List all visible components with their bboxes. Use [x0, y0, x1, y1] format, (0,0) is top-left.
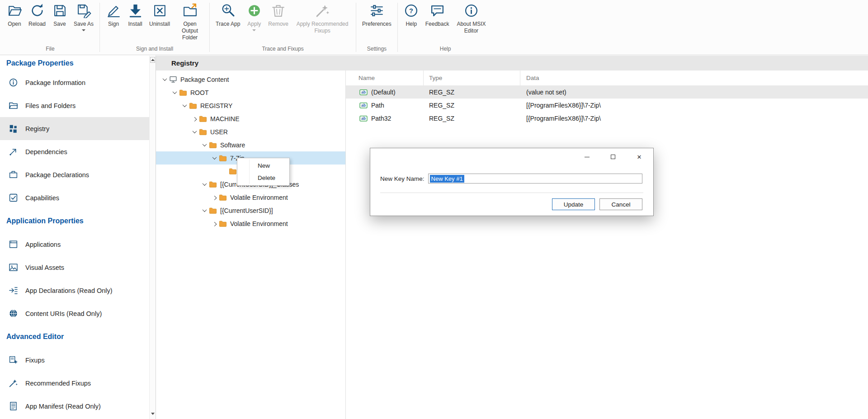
preferences-button[interactable]: Preferences	[359, 0, 394, 28]
page-title: Registry	[171, 59, 198, 67]
chevron-down-icon[interactable]	[181, 102, 188, 109]
sidebar-item-recommended-fixups[interactable]: Recommended Fixups	[0, 372, 149, 395]
tree-node-volatile-environment[interactable]: Volatile Environment	[156, 217, 345, 230]
trace-app-button[interactable]: Trace App	[213, 0, 243, 28]
chevron-glyph	[212, 222, 217, 226]
sign-button[interactable]: Sign	[103, 0, 124, 28]
column-header-data[interactable]: Data	[520, 71, 868, 85]
ribbon-button-label: Save As	[74, 21, 94, 28]
maximize-button[interactable]	[600, 150, 626, 164]
dependencies-icon	[9, 147, 18, 156]
visual-assets-icon	[9, 263, 18, 272]
registry-value-row-path32[interactable]: abPath32REG_SZ[{ProgramFilesX86}]\7-Zip\	[346, 112, 868, 125]
ribbon-button-label: Reload	[28, 21, 46, 28]
tree-node-currentusersid[interactable]: [{CurrentUserSID}]	[156, 204, 345, 217]
new-key-name-label: New Key Name:	[380, 175, 425, 182]
cancel-button[interactable]: Cancel	[599, 198, 642, 210]
sidebar-item-package-declarations[interactable]: Package Declarations	[0, 163, 149, 186]
sidebar-item-files-and-folders[interactable]: Files and Folders	[0, 94, 149, 117]
tree-node-package-content[interactable]: Package Content	[156, 73, 345, 86]
svg-text:ab: ab	[361, 90, 366, 94]
install-button[interactable]: Install	[125, 0, 146, 28]
tree-node-root[interactable]: ROOT	[156, 86, 345, 99]
save-as-button[interactable]: Save As	[71, 0, 96, 32]
sidebar-item-capabilities[interactable]: Capabilities	[0, 186, 149, 209]
minimize-button[interactable]	[574, 150, 600, 164]
reload-button[interactable]: Reload	[26, 0, 48, 28]
scroll-down-button[interactable]	[150, 411, 155, 417]
ribbon-group-label: Sign and Install	[103, 45, 206, 55]
value-type-cell: REG_SZ	[424, 102, 520, 109]
value-name-cell: ab(Default)	[346, 89, 424, 96]
sidebar-item-label: Dependencies	[25, 148, 67, 155]
sidebar-item-dependencies[interactable]: Dependencies	[0, 140, 149, 163]
chevron-down-icon[interactable]	[201, 141, 208, 149]
apply-button: Apply	[244, 0, 264, 32]
folder-icon	[199, 128, 207, 135]
tree-node-user[interactable]: USER	[156, 125, 345, 138]
tree-node-volatile-environment[interactable]: Volatile Environment	[156, 191, 345, 204]
sidebar-item-content-uris-read-only[interactable]: Content URIs (Read Only)	[0, 302, 149, 325]
update-button[interactable]: Update	[552, 198, 595, 210]
sidebar-scrollbar[interactable]	[149, 56, 156, 419]
registry-value-row-path[interactable]: abPathREG_SZ[{ProgramFilesX86}]\7-Zip\	[346, 99, 868, 112]
chevron-down-icon[interactable]	[171, 89, 178, 96]
folder-icon	[229, 168, 237, 174]
chevron-down-icon[interactable]	[211, 155, 218, 162]
trace-app-icon	[221, 3, 236, 18]
tree-node-label: Software	[220, 141, 245, 149]
open-button[interactable]: Open	[4, 0, 25, 28]
sidebar-item-app-declarations-read-only[interactable]: App Declarations (Read Only)	[0, 279, 149, 302]
sidebar-item-package-information[interactable]: Package Information	[0, 71, 149, 94]
ribbon-buttons-row: Preferences	[359, 0, 394, 45]
registry-value-row-default[interactable]: ab(Default)REG_SZ(value not set)	[346, 85, 868, 99]
column-header-name[interactable]: Name	[346, 71, 424, 85]
ribbon-buttons-row: SignInstallUninstallOpen Output Folder	[103, 0, 206, 45]
column-header-type[interactable]: Type	[424, 71, 520, 85]
context-menu-item-new[interactable]: New	[237, 160, 289, 172]
value-name-cell: abPath32	[346, 115, 424, 122]
chevron-right-icon[interactable]	[211, 194, 218, 201]
sidebar-item-label: Capabilities	[25, 194, 59, 202]
chevron-right-icon[interactable]	[191, 115, 198, 122]
chevron-right-icon[interactable]	[211, 220, 218, 227]
open-output-folder-button[interactable]: Open Output Folder	[174, 0, 206, 42]
fixups-icon	[9, 355, 18, 365]
value-data-cell: [{ProgramFilesX86}]\7-Zip\	[520, 115, 868, 122]
sidebar-item-visual-assets[interactable]: Visual Assets	[0, 256, 149, 279]
apply-icon	[247, 3, 262, 18]
close-button[interactable]: ✕	[626, 150, 652, 164]
table-header-row: NameTypeData	[346, 71, 868, 85]
registry-values-table: NameTypeDataab(Default)REG_SZ(value not …	[346, 71, 868, 419]
app-declarations-icon	[9, 286, 18, 295]
save-button[interactable]: Save	[49, 0, 70, 28]
ribbon-button-label: Feedback	[425, 21, 449, 28]
tree-node-registry[interactable]: REGISTRY	[156, 99, 345, 112]
value-data-cell: (value not set)	[520, 89, 868, 96]
sidebar-item-applications[interactable]: Applications	[0, 233, 149, 256]
tree-node-software[interactable]: Software	[156, 138, 345, 151]
help-button[interactable]: ?Help	[401, 0, 422, 28]
recommended-fixups-icon	[315, 3, 330, 18]
ribbon-group-sign-and-install: SignInstallUninstallOpen Output FolderSi…	[101, 0, 208, 55]
dialog-titlebar[interactable]: ✕	[370, 148, 653, 166]
remove-button: Remove	[265, 0, 291, 28]
sidebar-item-fixups[interactable]: Fixups	[0, 348, 149, 372]
chevron-down-icon[interactable]	[191, 128, 198, 136]
about-msix-editor-button[interactable]: About MSIX Editor	[453, 0, 490, 35]
reg-sz-icon: ab	[359, 102, 368, 109]
chevron-glyph	[202, 207, 207, 212]
new-key-name-input[interactable]: New Key #1	[428, 174, 642, 184]
uninstall-button[interactable]: Uninstall	[146, 0, 173, 28]
scroll-up-button[interactable]	[150, 57, 155, 63]
context-menu-item-delete[interactable]: Delete	[237, 172, 289, 184]
dialog-buttons: Update Cancel	[552, 198, 642, 210]
feedback-button[interactable]: Feedback	[423, 0, 452, 28]
chevron-down-icon[interactable]	[161, 76, 168, 83]
sidebar-item-registry[interactable]: Registry	[0, 117, 149, 140]
tree-node-machine[interactable]: MACHINE	[156, 112, 345, 125]
chevron-down-icon[interactable]	[201, 207, 208, 214]
sidebar-item-app-manifest-read-only[interactable]: App Manifest (Read Only)	[0, 395, 149, 418]
chevron-down-icon[interactable]	[201, 181, 208, 188]
ribbon-group-label: Help	[401, 45, 490, 55]
